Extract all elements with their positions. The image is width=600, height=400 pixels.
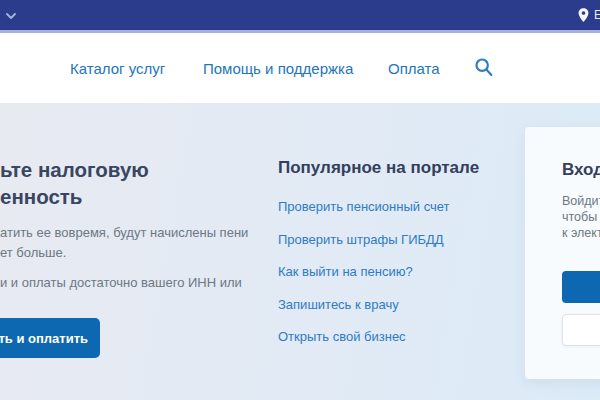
search-icon[interactable]	[472, 56, 496, 80]
hero-paragraph-2-line-1: и и оплаты достаточно вашего ИНН или	[0, 273, 250, 293]
nav-link-catalog[interactable]: Каталог услуг	[70, 60, 165, 77]
tax-debt-block: ьте налоговую енность атить ее вовремя, …	[0, 156, 250, 293]
popular-title: Популярное на портале	[278, 158, 513, 178]
location-pin-icon	[578, 8, 589, 22]
popular-link-retirement[interactable]: Как выйти на пенсию?	[278, 256, 513, 289]
main-nav: Каталог услуг Помощь и поддержка Оплата	[0, 33, 600, 103]
location-label: Е	[594, 8, 600, 22]
hero-paragraph-1-line-2: ет больше.	[0, 243, 250, 263]
check-and-pay-button[interactable]: ть и оплатить	[0, 318, 100, 358]
hero-title-line-1: ьте налоговую	[0, 156, 250, 183]
login-card-text-line-3: к элект	[562, 225, 600, 241]
register-button[interactable]	[562, 314, 600, 346]
login-card-title: Вход	[562, 160, 600, 180]
hero-paragraph-1-line-1: атить ее вовремя, будут начислены пени	[0, 223, 250, 243]
chevron-down-icon[interactable]	[4, 9, 18, 23]
hero-section: ьте налоговую енность атить ее вовремя, …	[0, 103, 600, 400]
nav-link-payment[interactable]: Оплата	[388, 60, 440, 77]
hero-paragraph-1: атить ее вовремя, будут начислены пени е…	[0, 223, 250, 263]
popular-link-traffic-fines[interactable]: Проверить штрафы ГИБДД	[278, 224, 513, 257]
login-card-text-line-2: чтобы	[562, 209, 600, 225]
popular-link-open-business[interactable]: Открыть свой бизнес	[278, 321, 513, 354]
location-selector[interactable]: Е	[578, 0, 600, 30]
login-card-text-line-1: Войдит	[562, 193, 600, 209]
nav-link-support[interactable]: Помощь и поддержка	[203, 60, 353, 77]
popular-link-pension-account[interactable]: Проверить пенсионный счет	[278, 191, 513, 224]
login-button[interactable]	[562, 271, 600, 303]
hero-title-line-2: енность	[0, 183, 250, 210]
top-bar: Е	[0, 0, 600, 33]
popular-link-doctor-appointment[interactable]: Запишитесь к врачу	[278, 289, 513, 322]
hero-paragraph-2: и и оплаты достаточно вашего ИНН или	[0, 273, 250, 293]
popular-links: Проверить пенсионный счет Проверить штра…	[278, 191, 513, 354]
popular-block: Популярное на портале Проверить пенсионн…	[278, 158, 513, 178]
login-card-text: Войдит чтобы к элект	[562, 193, 600, 241]
login-card: Вход Войдит чтобы к элект	[525, 127, 600, 379]
hero-title: ьте налоговую енность	[0, 156, 250, 210]
